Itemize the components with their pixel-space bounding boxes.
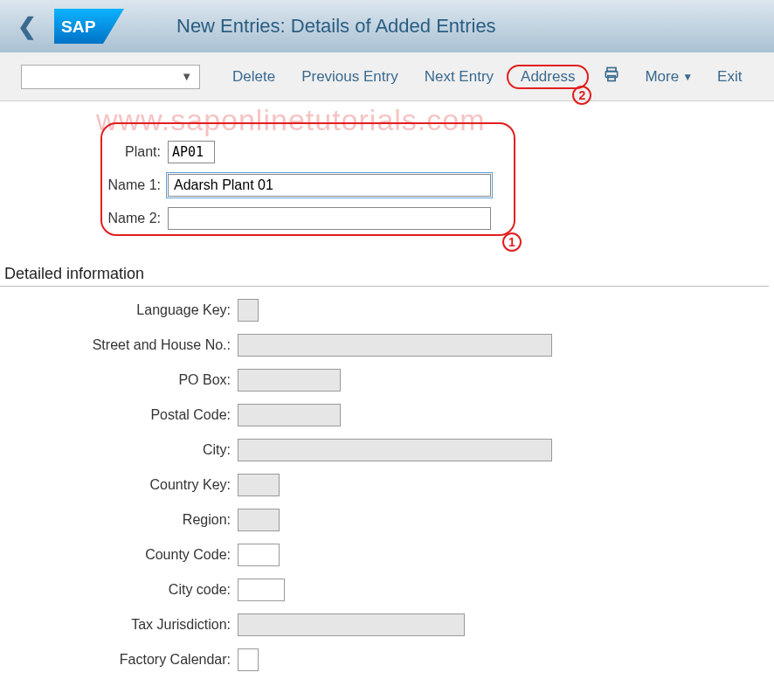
name2-row: Name 2: bbox=[0, 207, 774, 230]
po-box-row: PO Box: bbox=[0, 369, 774, 392]
factory-calendar-row: Factory Calendar: bbox=[0, 648, 774, 671]
county-code-label: County Code: bbox=[0, 547, 238, 563]
tax-jurisdiction-row: Tax Jurisdiction: bbox=[0, 613, 774, 636]
tax-jurisdiction-label: Tax Jurisdiction: bbox=[0, 617, 238, 633]
city-code-row: City code: bbox=[0, 579, 774, 601]
postal-code-input[interactable] bbox=[238, 404, 341, 426]
language-key-input[interactable] bbox=[238, 299, 259, 322]
view-dropdown[interactable]: ▼ bbox=[21, 65, 200, 89]
city-row: City: bbox=[0, 439, 774, 461]
city-code-label: City code: bbox=[0, 582, 238, 598]
county-code-row: County Code: bbox=[0, 544, 774, 566]
name2-input[interactable] bbox=[168, 207, 491, 230]
postal-code-label: Postal Code: bbox=[0, 407, 238, 423]
plant-input[interactable] bbox=[168, 141, 215, 163]
app-header: ❮ SAP New Entries: Details of Added Entr… bbox=[0, 0, 774, 52]
address-button-label: Address bbox=[521, 68, 575, 85]
print-icon[interactable] bbox=[603, 66, 620, 87]
name1-row: Name 1: bbox=[0, 174, 774, 197]
toolbar: ▼ Delete Previous Entry Next Entry Addre… bbox=[0, 52, 774, 101]
country-key-row: Country Key: bbox=[0, 474, 774, 496]
section-title: Detailed information bbox=[0, 240, 769, 287]
plant-row: Plant: bbox=[0, 141, 774, 163]
address-button[interactable]: Address 2 bbox=[507, 65, 589, 89]
postal-code-row: Postal Code: bbox=[0, 404, 774, 426]
page-title: New Entries: Details of Added Entries bbox=[176, 15, 496, 38]
po-box-input[interactable] bbox=[238, 369, 341, 392]
language-key-row: Language Key: bbox=[0, 299, 774, 322]
region-input[interactable] bbox=[238, 509, 280, 531]
factory-calendar-input[interactable] bbox=[238, 648, 259, 671]
chevron-down-icon: ▼ bbox=[682, 71, 693, 83]
annotation-callout-1: 1 bbox=[502, 232, 522, 252]
street-house-row: Street and House No.: bbox=[0, 334, 774, 357]
region-row: Region: bbox=[0, 509, 774, 531]
language-key-label: Language Key: bbox=[0, 302, 238, 318]
region-label: Region: bbox=[0, 512, 238, 528]
next-entry-button[interactable]: Next Entry bbox=[411, 65, 507, 89]
street-house-label: Street and House No.: bbox=[0, 337, 238, 353]
more-button-label: More bbox=[645, 68, 679, 86]
svg-text:SAP: SAP bbox=[61, 17, 96, 36]
back-arrow-icon[interactable]: ❮ bbox=[17, 13, 37, 40]
city-input[interactable] bbox=[238, 439, 552, 461]
country-key-input[interactable] bbox=[238, 474, 280, 496]
county-code-input[interactable] bbox=[238, 544, 280, 566]
street-house-input[interactable] bbox=[238, 334, 552, 357]
previous-entry-button[interactable]: Previous Entry bbox=[288, 65, 411, 89]
exit-button[interactable]: Exit bbox=[717, 68, 742, 86]
po-box-label: PO Box: bbox=[0, 372, 238, 388]
more-button[interactable]: More ▼ bbox=[645, 68, 693, 86]
name2-label: Name 2: bbox=[0, 211, 168, 226]
plant-label: Plant: bbox=[0, 144, 168, 160]
content-area: 1 Plant: Name 1: Name 2: Detailed inform… bbox=[0, 101, 774, 671]
name1-input[interactable] bbox=[168, 174, 491, 197]
delete-button[interactable]: Delete bbox=[219, 65, 288, 89]
tax-jurisdiction-input[interactable] bbox=[238, 613, 465, 636]
sap-logo[interactable]: SAP bbox=[54, 9, 124, 44]
country-key-label: Country Key: bbox=[0, 477, 238, 493]
chevron-down-icon: ▼ bbox=[181, 70, 192, 83]
city-label: City: bbox=[0, 442, 238, 458]
factory-calendar-label: Factory Calendar: bbox=[0, 652, 238, 668]
plant-form: Plant: Name 1: Name 2: bbox=[0, 117, 774, 230]
city-code-input[interactable] bbox=[238, 579, 285, 601]
name1-label: Name 1: bbox=[0, 177, 168, 193]
